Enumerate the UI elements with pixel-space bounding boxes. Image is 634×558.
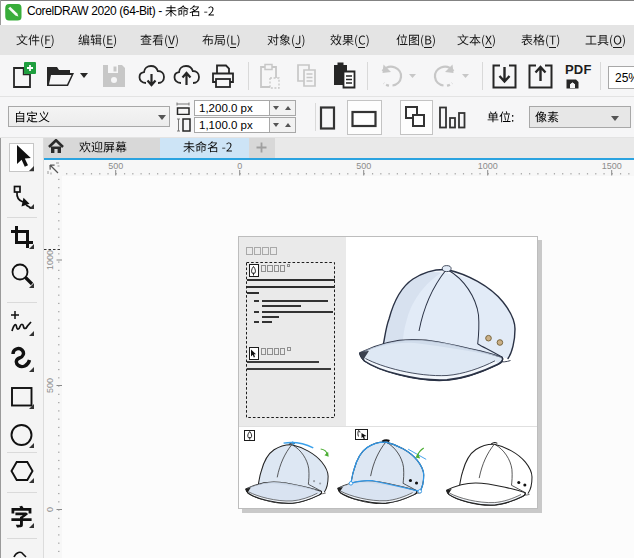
svg-text:0: 0	[237, 161, 242, 171]
svg-text:1000: 1000	[45, 249, 55, 269]
svg-text:500: 500	[45, 377, 55, 392]
svg-text:500: 500	[356, 161, 371, 171]
svg-text:1000: 1000	[478, 161, 498, 171]
svg-text:1500: 1500	[602, 161, 622, 171]
svg-text:0: 0	[45, 506, 55, 511]
svg-text:500: 500	[108, 161, 123, 171]
